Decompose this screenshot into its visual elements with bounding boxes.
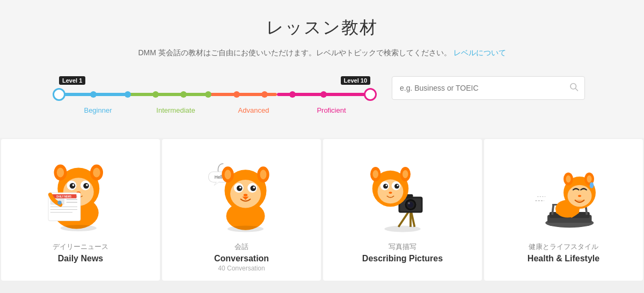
slider-handle-end[interactable]	[364, 88, 377, 101]
svg-point-13	[72, 184, 75, 186]
level-slider[interactable]: Level 1 Level 10	[59, 71, 370, 114]
svg-point-58	[373, 170, 379, 178]
cards-section: DAILY NEWS デイリーニュース Daily News	[0, 138, 644, 282]
slider-dot-9[interactable]	[320, 91, 327, 98]
search-icon	[569, 82, 579, 94]
subtitle-text: DMM 英会話の教材はご自由にお使いいただけます。レベルやトピックで検索してくだ…	[0, 48, 644, 58]
slider-dot-6[interactable]	[233, 91, 240, 98]
card-conversation[interactable]: Hello!	[162, 139, 321, 281]
card-daily-news[interactable]: DAILY NEWS デイリーニュース Daily News	[1, 139, 160, 281]
svg-point-39	[237, 186, 243, 192]
svg-line-72	[552, 205, 553, 215]
slider-track-wrapper[interactable]	[59, 87, 370, 102]
card-label-en-daily-news: Daily News	[10, 254, 151, 263]
svg-point-53	[408, 202, 410, 204]
slider-dot-2[interactable]	[125, 91, 131, 98]
card-describing-pictures[interactable]: 写真描写 Describing Pictures	[323, 139, 482, 281]
label-advanced: Advanced	[215, 106, 292, 114]
card-label-jp-describing-pictures: 写真描写	[332, 242, 473, 252]
slider-track	[59, 93, 370, 96]
card-image-daily-news: DAILY NEWS	[10, 150, 151, 236]
level-end-badge: Level 10	[341, 76, 370, 85]
svg-point-12	[83, 183, 89, 189]
svg-point-34	[225, 170, 231, 179]
slider-dot-7[interactable]	[261, 91, 268, 98]
controls-row: Level 1 Level 10	[0, 71, 644, 127]
label-beginner: Beginner	[59, 106, 137, 114]
page-wrapper: レッスン教材 DMM 英会話の教材はご自由にお使いいただけます。レベルやトピック…	[0, 0, 644, 282]
svg-point-35	[260, 170, 267, 179]
svg-point-65	[386, 185, 387, 186]
svg-point-14	[86, 184, 88, 186]
card-label-jp-daily-news: デイリーニュース	[10, 242, 151, 252]
slider-handle-start[interactable]	[53, 88, 65, 101]
svg-point-40	[251, 186, 257, 192]
svg-point-85	[578, 195, 581, 197]
search-box-container	[392, 76, 585, 100]
slider-dot-8[interactable]	[289, 91, 296, 98]
svg-point-7	[93, 168, 100, 178]
card-image-describing-pictures	[332, 150, 473, 236]
svg-point-59	[402, 170, 408, 178]
svg-point-43	[244, 194, 248, 196]
header-section: レッスン教材 DMM 英会話の教材はご自由にお使いいただけます。レベルやトピック…	[0, 0, 644, 138]
svg-point-81	[566, 175, 571, 183]
svg-point-63	[383, 184, 388, 189]
level-start-badge: Level 1	[59, 76, 85, 85]
label-intermediate: Intermediate	[137, 106, 215, 114]
svg-point-11	[70, 183, 76, 189]
level-labels-top: Level 1 Level 10	[59, 76, 370, 85]
svg-point-26	[57, 201, 62, 205]
search-input[interactable]	[392, 76, 585, 100]
track-green	[128, 93, 209, 96]
card-label-en-health-lifestyle: Health & Lifestyle	[493, 254, 634, 263]
page-title: レッスン教材	[0, 16, 644, 40]
svg-point-27	[61, 225, 97, 231]
svg-point-44	[228, 226, 264, 232]
card-count-conversation: 40 Conversation	[171, 265, 312, 272]
svg-point-67	[389, 192, 392, 194]
card-image-health-lifestyle	[493, 150, 634, 236]
label-proficient: Proficient	[292, 106, 370, 114]
card-image-conversation: Hello!	[171, 150, 312, 236]
card-label-jp-conversation: 会話	[171, 242, 312, 252]
svg-point-41	[239, 186, 241, 188]
svg-point-42	[253, 186, 255, 188]
svg-point-82	[587, 175, 592, 183]
svg-point-64	[394, 184, 399, 189]
card-label-en-describing-pictures: Describing Pictures	[332, 254, 473, 263]
card-label-en-conversation: Conversation	[171, 254, 312, 263]
slider-dot-3[interactable]	[152, 91, 159, 98]
slider-dot-1[interactable]	[90, 91, 97, 98]
svg-point-68	[384, 226, 421, 232]
svg-point-0	[570, 84, 576, 90]
svg-point-66	[397, 185, 399, 186]
slider-dot-4[interactable]	[180, 91, 187, 98]
svg-point-6	[57, 168, 64, 178]
level-link[interactable]: レベルについて	[453, 48, 506, 57]
card-label-jp-health-lifestyle: 健康とライフスタイル	[493, 242, 634, 252]
svg-text:DAILY NEWS: DAILY NEWS	[56, 195, 71, 198]
slider-dot-5[interactable]	[205, 91, 211, 98]
level-labels-bottom: Beginner Intermediate Advanced Proficien…	[59, 106, 370, 114]
card-health-lifestyle[interactable]: 健康とライフスタイル Health & Lifestyle	[484, 139, 643, 281]
svg-line-1	[576, 89, 578, 91]
